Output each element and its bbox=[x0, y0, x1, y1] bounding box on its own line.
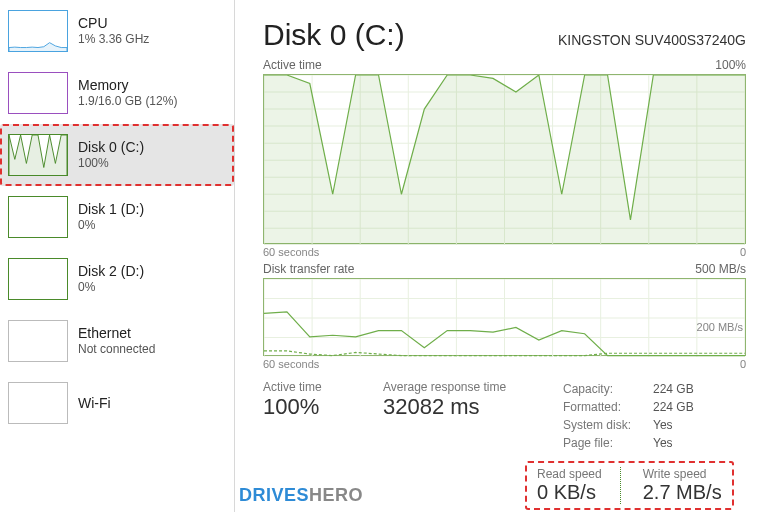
formatted-value: 224 GB bbox=[653, 398, 694, 416]
sidebar-item-sub: 0% bbox=[78, 280, 144, 296]
chart2-title: Disk transfer rate bbox=[263, 262, 354, 276]
sparkline-thumb bbox=[8, 258, 68, 300]
page-file-value: Yes bbox=[653, 434, 673, 452]
chart1-xright: 0 bbox=[740, 246, 746, 258]
avg-response-label: Average response time bbox=[383, 380, 533, 394]
sidebar-item-name: Memory bbox=[78, 76, 177, 94]
main-panel: Disk 0 (C:) KINGSTON SUV400S37240G Activ… bbox=[235, 0, 768, 512]
chart2-xleft: 60 seconds bbox=[263, 358, 319, 370]
read-speed-label: Read speed bbox=[537, 467, 602, 481]
sidebar-item-name: Disk 0 (C:) bbox=[78, 138, 144, 156]
sparkline-thumb bbox=[8, 196, 68, 238]
sidebar-item-sub: 0% bbox=[78, 218, 144, 234]
chart1-xleft: 60 seconds bbox=[263, 246, 319, 258]
sidebar-item-wi-fi[interactable]: Wi-Fi bbox=[0, 372, 234, 434]
sidebar-item-cpu[interactable]: CPU1% 3.36 GHz bbox=[0, 0, 234, 62]
watermark: DRIVESHERO bbox=[239, 485, 363, 506]
capacity-label: Capacity: bbox=[563, 380, 643, 398]
chart2-ymax: 500 MB/s bbox=[695, 262, 746, 276]
page-file-label: Page file: bbox=[563, 434, 643, 452]
sparkline-thumb bbox=[8, 134, 68, 176]
disk-model: KINGSTON SUV400S37240G bbox=[558, 32, 746, 48]
write-speed-label: Write speed bbox=[643, 467, 722, 481]
chart2-annot: 200 MB/s bbox=[697, 321, 743, 333]
sidebar-item-sub: Not connected bbox=[78, 342, 155, 358]
sidebar-item-disk-2-d-[interactable]: Disk 2 (D:)0% bbox=[0, 248, 234, 310]
system-disk-value: Yes bbox=[653, 416, 673, 434]
sidebar-item-ethernet[interactable]: EthernetNot connected bbox=[0, 310, 234, 372]
read-speed-value: 0 KB/s bbox=[537, 481, 602, 504]
sparkline-thumb bbox=[8, 320, 68, 362]
sidebar-item-name: CPU bbox=[78, 14, 149, 32]
write-speed-value: 2.7 MB/s bbox=[643, 481, 722, 504]
page-title: Disk 0 (C:) bbox=[263, 18, 405, 52]
active-time-chart bbox=[263, 74, 746, 244]
avg-response-value: 32082 ms bbox=[383, 394, 533, 420]
sparkline-thumb bbox=[8, 10, 68, 52]
sidebar-item-disk-1-d-[interactable]: Disk 1 (D:)0% bbox=[0, 186, 234, 248]
sidebar-item-name: Disk 1 (D:) bbox=[78, 200, 144, 218]
sidebar-item-name: Disk 2 (D:) bbox=[78, 262, 144, 280]
sparkline-thumb bbox=[8, 72, 68, 114]
sidebar-item-disk-0-c-[interactable]: Disk 0 (C:)100% bbox=[0, 124, 234, 186]
chart2-xright: 0 bbox=[740, 358, 746, 370]
sidebar-item-sub: 1.9/16.0 GB (12%) bbox=[78, 94, 177, 110]
transfer-rate-chart: 200 MB/s bbox=[263, 278, 746, 356]
sparkline-thumb bbox=[8, 382, 68, 424]
sidebar-item-name: Ethernet bbox=[78, 324, 155, 342]
system-disk-label: System disk: bbox=[563, 416, 643, 434]
sidebar-item-name: Wi-Fi bbox=[78, 394, 111, 412]
sidebar-item-sub: 1% 3.36 GHz bbox=[78, 32, 149, 48]
active-time-value: 100% bbox=[263, 394, 353, 420]
active-time-label: Active time bbox=[263, 380, 353, 394]
chart1-title: Active time bbox=[263, 58, 322, 72]
capacity-value: 224 GB bbox=[653, 380, 694, 398]
chart1-ymax: 100% bbox=[715, 58, 746, 72]
read-write-highlight: Read speed 0 KB/s Write speed 2.7 MB/s bbox=[525, 461, 734, 510]
formatted-label: Formatted: bbox=[563, 398, 643, 416]
sidebar-item-memory[interactable]: Memory1.9/16.0 GB (12%) bbox=[0, 62, 234, 124]
sidebar-item-sub: 100% bbox=[78, 156, 144, 172]
sidebar[interactable]: CPU1% 3.36 GHzMemory1.9/16.0 GB (12%)Dis… bbox=[0, 0, 235, 512]
